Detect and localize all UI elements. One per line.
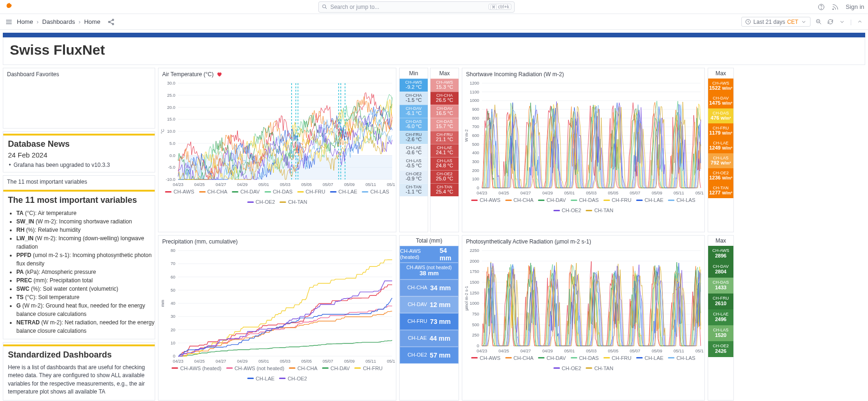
svg-text:05/05: 05/05: [301, 359, 312, 364]
legend-item[interactable]: CH-CHA: [505, 197, 534, 203]
svg-text:15.0: 15.0: [167, 117, 175, 122]
svg-text:200: 200: [472, 168, 479, 173]
svg-text:05/01: 05/01: [564, 191, 575, 195]
time-range-picker[interactable]: Last 21 days CET: [741, 17, 811, 27]
variable-item: SW_IN (W m-2): Incoming shortwave radiat…: [16, 217, 155, 226]
crumb-home[interactable]: Home: [17, 18, 33, 25]
grafana-logo-icon[interactable]: [4, 1, 15, 13]
svg-text:04/25: 04/25: [499, 349, 509, 353]
legend-item[interactable]: CH-AWS: [471, 197, 500, 203]
svg-point-9: [112, 19, 114, 21]
legend-item[interactable]: CH-OE2: [553, 365, 581, 371]
legend-item[interactable]: CH-DAV: [538, 197, 566, 203]
menu-icon[interactable]: [5, 18, 13, 26]
legend-item[interactable]: CH-AWS: [165, 189, 194, 194]
legend-item[interactable]: CH-CHA: [289, 365, 317, 371]
svg-text:750: 750: [472, 312, 479, 316]
legend-item[interactable]: CH-OE2: [553, 208, 581, 213]
news-panel: Database News 24 Feb 2024 Grafana has be…: [3, 131, 155, 172]
svg-text:250: 250: [472, 333, 479, 337]
stat-cell: CH-OE22426: [708, 341, 733, 357]
svg-text:04/23: 04/23: [173, 182, 184, 187]
variable-item: SWC (%): Soil water content (volumetric): [16, 285, 155, 293]
stat-cell: CH-LAS792 W/m²: [708, 153, 733, 168]
legend-item[interactable]: CH-LAE: [636, 197, 663, 203]
stat-cell: CH-FRU1179 W/m²: [708, 123, 733, 138]
variable-item: NETRAD (W m-2): Net radiation, needed fo…: [16, 318, 155, 335]
svg-text:1000: 1000: [470, 301, 479, 306]
svg-text:05/11: 05/11: [674, 191, 684, 195]
variable-item: LW_IN (W m-2): Incoming (down-welling) l…: [16, 234, 155, 251]
stat-cell: CH-LAE1249 W/m²: [708, 138, 733, 153]
svg-text:04/27: 04/27: [215, 359, 226, 364]
legend-item[interactable]: CH-OE2: [279, 376, 307, 381]
legend-item[interactable]: CH-FRU: [354, 365, 382, 371]
legend-item[interactable]: CH-LAS: [362, 189, 389, 194]
svg-text:05/11: 05/11: [366, 359, 376, 364]
legend-item[interactable]: CH-LAE: [247, 376, 274, 381]
legend-item[interactable]: CH-LAE: [636, 355, 663, 361]
legend-item[interactable]: CH-TAN: [280, 199, 307, 205]
stat-cell: CH-LAE44 mm: [400, 330, 459, 347]
svg-text:05/13: 05/13: [387, 359, 395, 364]
heart-icon[interactable]: [216, 72, 222, 77]
stat-cell: CH-OE2-0.9 °C: [400, 170, 428, 183]
legend-item[interactable]: CH-LAS: [668, 197, 695, 203]
svg-text:50: 50: [171, 288, 175, 293]
legend-item[interactable]: CH-DAV: [232, 189, 259, 194]
variables-panel: The 11 most important variables The 11 m…: [3, 175, 155, 339]
rss-icon[interactable]: [832, 3, 839, 11]
global-search-input[interactable]: Search or jump to... ⌘ctrl+k: [318, 1, 515, 13]
svg-text:05/03: 05/03: [280, 359, 291, 364]
chevron-up-icon[interactable]: [856, 18, 863, 25]
svg-text:05/09: 05/09: [652, 349, 662, 353]
legend-item[interactable]: CH-CHA: [199, 189, 228, 194]
svg-line-15: [819, 22, 821, 24]
chevron-down-icon[interactable]: [839, 18, 846, 25]
help-icon[interactable]: [818, 3, 825, 11]
legend-item[interactable]: CH-DAS: [265, 189, 293, 194]
legend-item[interactable]: CH-AWS (heated): [172, 365, 221, 371]
stat-cell: CH-CHA-1.5 °C: [400, 92, 428, 105]
legend-item[interactable]: CH-AWS: [471, 355, 500, 361]
stat-cell: CH-DAV1475 W/m²: [708, 93, 733, 108]
svg-text:04/29: 04/29: [237, 359, 248, 364]
signin-link[interactable]: Sign in: [846, 3, 864, 10]
share-icon[interactable]: [107, 18, 115, 26]
legend-item[interactable]: CH-DAS: [571, 197, 599, 203]
stat-cell: CH-DAV2804: [708, 262, 733, 278]
crumb-current[interactable]: Home: [84, 18, 100, 25]
svg-text:05/07: 05/07: [323, 182, 333, 187]
svg-text:05/13: 05/13: [696, 349, 703, 353]
legend-item[interactable]: CH-CHA: [505, 355, 534, 361]
stat-cell: CH-LAS24.8 °C: [430, 157, 459, 170]
legend-item[interactable]: CH-LAS: [668, 355, 695, 361]
zoom-out-icon[interactable]: [815, 18, 822, 25]
legend-item[interactable]: CH-OE2: [247, 199, 275, 205]
stat-cell: CH-CHA26.5 °C: [430, 92, 459, 105]
svg-text:700: 700: [472, 124, 479, 129]
svg-text:0.0: 0.0: [169, 153, 175, 158]
legend-item[interactable]: CH-TAN: [586, 365, 613, 371]
svg-point-4: [833, 8, 834, 9]
legend-item[interactable]: CH-DAV: [538, 355, 566, 361]
legend-item[interactable]: CH-DAV: [322, 365, 350, 371]
legend-item[interactable]: CH-FRU: [297, 189, 325, 194]
variable-item: TA (°C): Air temperature: [16, 209, 155, 217]
svg-text:30: 30: [171, 314, 175, 319]
svg-text:400: 400: [472, 150, 479, 155]
legend-item[interactable]: CH-FRU: [603, 355, 631, 361]
legend-item[interactable]: CH-TAN: [586, 208, 613, 213]
svg-text:10.0: 10.0: [167, 129, 175, 134]
legend-item[interactable]: CH-AWS (not heated): [226, 365, 285, 371]
svg-text:-10.0: -10.0: [165, 177, 175, 182]
legend-item[interactable]: CH-LAE: [330, 189, 357, 194]
crumb-dashboards[interactable]: Dashboards: [42, 18, 75, 25]
refresh-icon[interactable]: [827, 18, 834, 25]
svg-text:04/29: 04/29: [542, 349, 553, 353]
legend-item[interactable]: CH-DAS: [571, 355, 599, 361]
svg-text:04/27: 04/27: [215, 182, 226, 187]
svg-text:05/01: 05/01: [564, 349, 575, 353]
stat-cell: CH-OE21236 W/m²: [708, 168, 733, 183]
legend-item[interactable]: CH-FRU: [603, 197, 631, 203]
